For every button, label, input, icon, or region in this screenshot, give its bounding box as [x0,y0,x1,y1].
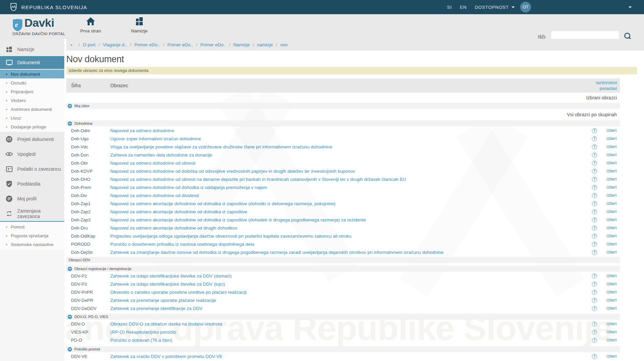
help-icon[interactable]: ? [592,193,597,198]
form-title-link[interactable]: Napoved za odmero dohodnine od obresti n… [110,177,592,182]
nav-namizje[interactable]: Namizje [124,17,155,33]
help-icon[interactable]: ? [592,330,597,335]
sidebar-item-podatki-o-zavezancu[interactable]: Podatki o zavezancu [0,162,64,176]
form-title-link[interactable]: Napoved za odmero akontacije dohodnine o… [110,217,592,222]
lang-en-link[interactable]: EN [460,5,467,10]
help-icon[interactable]: ? [592,321,597,327]
select-form-link[interactable]: izberi [604,177,617,182]
help-icon[interactable]: ? [592,242,597,247]
form-title-link[interactable]: Zahtevek za zmanjšanje davčne osnove od … [110,250,592,255]
help-icon[interactable]: ? [592,250,597,255]
collapse-minus-icon[interactable] [68,121,72,126]
help-icon[interactable]: ? [592,136,597,141]
help-icon[interactable]: ? [592,354,597,359]
help-icon[interactable]: ? [592,217,597,222]
help-icon[interactable]: ? [592,209,597,214]
breadcrumb-link[interactable]: Primer eDo.. [134,42,160,47]
select-form-link[interactable]: izberi [604,161,617,165]
help-icon[interactable]: ? [592,152,597,158]
select-form-link[interactable]: izberi [604,338,617,342]
select-form-link[interactable]: izberi [604,152,617,157]
help-icon[interactable]: ? [592,169,597,174]
help-icon[interactable]: ? [592,338,597,343]
sidebar-item-prejeti-dokumenti[interactable]: Prejeti dokumenti [0,132,64,147]
select-form-link[interactable]: izberi [604,282,617,286]
select-form-link[interactable]: izberi [604,354,617,359]
help-icon[interactable]: ? [592,234,597,239]
collapse-minus-icon[interactable] [68,267,72,271]
help-icon[interactable]: ? [592,273,597,279]
select-form-link[interactable]: izberi [604,298,617,303]
collapse-minus-icon[interactable] [68,104,72,108]
form-title-link[interactable]: Vloga za uveljavljanje posebne olajšave … [110,144,592,149]
help-icon[interactable]: ? [592,298,597,303]
sidebar-subitem-uvoz[interactable]: ▸Uvoz [0,114,64,122]
help-icon[interactable]: ? [592,306,597,311]
form-title-link[interactable]: Zahtevek za izdajo identifikacijske štev… [110,282,592,287]
sidebar-subitem-vlo-eni[interactable]: ▸Vloženi [0,96,64,105]
form-title-link[interactable]: Poročilo o doseženem prihodku iz naslova… [110,242,592,247]
reset-link[interactable]: ponastavi [600,86,617,91]
help-icon[interactable]: ? [592,282,597,287]
group-header-potni-ki-promet[interactable]: Potniški promet [66,346,620,352]
breadcrumb-back-icon[interactable]: ◂ [70,43,72,47]
sidebar-item-moj-profil[interactable]: Moj profil [0,191,64,206]
sidebar-subitem-pogosta-vpra-anja[interactable]: ▸Pogosta vprašanja [0,231,64,240]
select-form-link[interactable]: izberi [604,209,617,214]
chevron-down-icon[interactable] [511,6,515,8]
select-form-link[interactable]: izberi [604,225,617,230]
nav-prva-stran[interactable]: Prva stran [75,17,106,33]
group-header-dohodnina[interactable]: Dohodnina [66,120,620,126]
form-title-link[interactable]: Napoved za odmero dohodnine [110,128,592,133]
help-icon[interactable]: ? [592,161,597,166]
form-title-link[interactable]: Obvestilo o začetku uporabe posebne ured… [110,290,592,295]
select-form-link[interactable]: izberi [604,234,617,238]
select-form-link[interactable]: izberi [604,136,617,141]
sidebar-subitem-asinhroni-dokumenti[interactable]: ▸Asinhroni dokumenti [0,105,64,114]
select-form-link[interactable]: izberi [604,169,617,173]
help-icon[interactable]: ? [592,201,597,206]
select-form-link[interactable]: izberi [604,321,617,326]
group-header-obrazci-registracije-deregistracije[interactable]: Obrazci registracije / deregistracije [66,266,620,272]
expand-collapse-link[interactable]: razširi/stisni [596,80,617,85]
help-icon[interactable]: ? [592,225,597,231]
accessibility-menu[interactable]: DOSTOPNOST [475,5,509,10]
sidebar-subitem-osnutki[interactable]: ▸Osnutki [0,78,64,87]
help-icon[interactable]: ? [592,290,597,295]
form-title-link[interactable]: (RP-O) Rekapitulacijsko poročilo [110,330,592,335]
sidebar-subitem-dodajanje-priloge[interactable]: ▸Dodajanje priloge [0,122,64,131]
breadcrumb-link[interactable]: Primer eDo.. [167,42,193,47]
form-title-link[interactable]: Napoved za odmero dohodnine od dividend [110,193,592,198]
davki-logo-text[interactable]: Davki [24,16,54,29]
select-form-link[interactable]: izberi [604,193,617,198]
form-title-link[interactable]: Zahtevek za prenehanje uporabe plačane r… [110,298,592,303]
breadcrumb-link[interactable]: Primer eDo.. [200,42,226,47]
select-form-link[interactable]: izberi [604,330,617,334]
select-form-link[interactable]: izberi [604,144,617,149]
lang-si-link[interactable]: SI [447,5,452,10]
form-title-link[interactable]: Napoved za odmero akontacije dohodnine o… [110,201,592,206]
sidebar-subitem-pripravljeni[interactable]: ▸Pripravljeni [0,87,64,96]
sidebar-item-namizje[interactable]: Namizje [0,43,64,56]
sidebar-subitem-sistemske-nastavitve[interactable]: ▸Sistemske nastavitve [0,240,64,249]
select-form-link[interactable]: izberi [604,201,617,206]
breadcrumb-link[interactable]: Namizje [233,42,250,47]
help-icon[interactable]: ? [592,185,597,190]
user-avatar[interactable]: OT [520,2,531,13]
sidebar-item-vpogledi[interactable]: Vpogledi [0,147,64,162]
breadcrumb-link[interactable]: O port [83,42,96,47]
sidebar-subitem-pomo-[interactable]: ▸Pomoč [0,222,64,231]
help-icon[interactable]: ? [592,177,597,182]
breadcrumb-link[interactable]: nov [280,42,288,47]
select-form-link[interactable]: izberi [604,217,617,222]
select-form-link[interactable]: izberi [604,242,617,246]
form-title-link[interactable]: Napoved za odmero dohodnine od obresti [110,161,592,166]
breadcrumb-link[interactable]: namizje [257,42,273,47]
group-header-ddv-o-pd-o-vies[interactable]: DDV-O, PD-O, VIES [66,314,620,320]
sidebar-item-zamenjava-zavezanca[interactable]: Zamenjava zavezanca [0,206,64,221]
help-icon[interactable]: ? [592,144,597,149]
group-header-moj-izbor[interactable]: Moj izbor [66,103,620,109]
select-form-link[interactable]: izberi [604,273,617,278]
sidebar-item-pooblastila[interactable]: Pooblastila [0,176,64,191]
sidebar-subitem-nov-dokument[interactable]: ▸Nov dokument [0,70,64,78]
